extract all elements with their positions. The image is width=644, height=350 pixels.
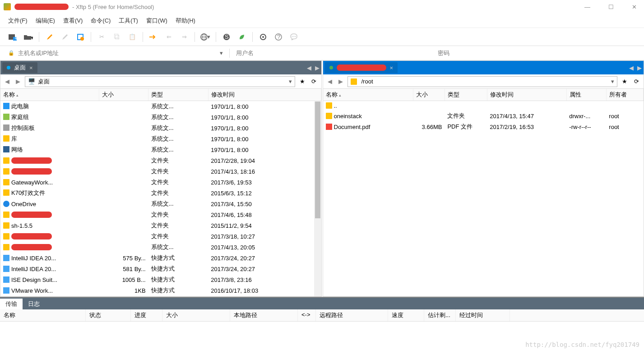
column-header[interactable]: 修改时间: [208, 89, 321, 101]
transfer-column[interactable]: 进度: [131, 309, 162, 321]
file-row[interactable]: 文件夹2017/4/13, 18:16: [0, 166, 321, 177]
column-header[interactable]: 大小: [99, 89, 148, 101]
edit-icon[interactable]: [45, 32, 55, 42]
menu-item[interactable]: 文件(F): [8, 17, 28, 25]
column-header[interactable]: 修改时间: [487, 89, 566, 101]
file-row[interactable]: 控制面板系统文...1970/1/1, 8:00: [0, 123, 321, 134]
menu-item[interactable]: 查看(V): [63, 17, 83, 25]
menu-item[interactable]: 编辑(E): [36, 17, 55, 25]
column-header[interactable]: 类型: [445, 89, 487, 101]
transfer-column[interactable]: 大小: [162, 309, 230, 321]
close-button[interactable]: ✕: [628, 2, 640, 12]
bookmark-icon[interactable]: ★: [620, 77, 629, 86]
transfer-column[interactable]: <->: [298, 309, 316, 321]
host-input[interactable]: [18, 48, 216, 59]
file-row[interactable]: IntelliJ IDEA 20...575 By...快捷方式2017/3/2…: [0, 253, 321, 263]
remote-path-box[interactable]: /root ▾: [347, 76, 618, 87]
redacted-host: [337, 64, 386, 71]
username-input[interactable]: [236, 48, 434, 59]
forward-button[interactable]: ▶: [337, 78, 345, 86]
bottom-tabs: 传输日志: [0, 298, 644, 309]
file-row[interactable]: 此电脑系统文...1970/1/1, 8:00: [0, 101, 321, 112]
transfer-icon[interactable]: [148, 32, 158, 42]
path-dropdown-icon[interactable]: ▾: [289, 78, 292, 85]
file-row[interactable]: sh-1.5.5文件夹2015/11/2, 9:54: [0, 220, 321, 231]
tab-prev-icon[interactable]: ◀: [307, 64, 311, 71]
cut-icon[interactable]: ✂: [97, 32, 107, 42]
file-row[interactable]: VMware Work...1KB快捷方式2016/10/17, 18:03: [0, 285, 321, 296]
column-header[interactable]: 大小: [413, 89, 445, 101]
svg-point-8: [80, 37, 84, 41]
file-row[interactable]: 文件夹2017/2/28, 19:04: [0, 155, 321, 166]
file-row[interactable]: 家庭组系统文...1970/1/1, 8:00: [0, 112, 321, 123]
file-row[interactable]: K70灯效文件文件夹2015/6/3, 15:12: [0, 188, 321, 198]
back-button[interactable]: ◀: [326, 78, 334, 86]
back-button[interactable]: ◀: [3, 78, 11, 86]
local-path-box[interactable]: 🖥️ 桌面 ▾: [25, 76, 295, 87]
globe-icon[interactable]: ▾: [200, 32, 210, 42]
column-header[interactable]: 名称: [323, 89, 413, 101]
file-row[interactable]: ISE Design Suit...1005 B...快捷方式2017/3/8,…: [0, 274, 321, 285]
transfer-column[interactable]: 状态: [86, 309, 131, 321]
file-row[interactable]: OneDrive系统文...2017/3/4, 15:50: [0, 198, 321, 209]
file-row[interactable]: 网络系统文...1970/1/1, 8:00: [0, 144, 321, 155]
transfer-column[interactable]: 远程路径: [316, 309, 388, 321]
minimize-button[interactable]: —: [581, 2, 594, 12]
column-header[interactable]: 所有者: [606, 89, 643, 101]
local-file-list[interactable]: 名称大小类型修改时间此电脑系统文...1970/1/1, 8:00家庭组系统文.…: [0, 89, 321, 296]
tab-next-icon[interactable]: ▶: [315, 64, 320, 71]
password-input[interactable]: [438, 48, 636, 59]
file-row[interactable]: oneinstack文件夹2017/4/13, 15:47drwxr-...ro…: [323, 111, 644, 121]
copy-icon[interactable]: ⿻: [112, 32, 122, 42]
sync-left-icon[interactable]: ⇐: [164, 32, 174, 42]
brush-icon[interactable]: [60, 32, 70, 42]
bottom-tab[interactable]: 传输: [0, 299, 23, 309]
paste-icon[interactable]: 📋: [127, 32, 137, 42]
menu-item[interactable]: 窗口(W): [146, 17, 167, 25]
local-tab[interactable]: 桌面 ×: [2, 62, 37, 73]
file-row[interactable]: IntelliJ IDEA 20...581 By...快捷方式2017/3/2…: [0, 263, 321, 274]
properties-icon[interactable]: [75, 32, 85, 42]
transfer-column[interactable]: 速度: [388, 309, 424, 321]
new-session-icon[interactable]: +: [8, 32, 18, 42]
terminal-icon[interactable]: S: [222, 32, 232, 42]
bookmark-icon[interactable]: ★: [298, 77, 307, 86]
file-row[interactable]: 文件夹2017/4/6, 15:48: [0, 209, 321, 220]
remote-file-list[interactable]: 名称大小类型修改时间属性所有者..oneinstack文件夹2017/4/13,…: [323, 89, 644, 296]
file-row[interactable]: 库系统文...1970/1/1, 8:00: [0, 134, 321, 144]
path-dropdown-icon[interactable]: ▾: [611, 78, 614, 85]
remote-tab[interactable]: ×: [325, 62, 398, 73]
forward-button[interactable]: ▶: [14, 78, 22, 86]
transfer-column[interactable]: 名称: [0, 309, 86, 321]
sync-right-icon[interactable]: ⇒: [179, 32, 189, 42]
refresh-icon[interactable]: ⟳: [310, 77, 319, 86]
file-row[interactable]: ..: [323, 101, 644, 111]
transfer-column[interactable]: 本地路径: [230, 309, 298, 321]
scrollbar[interactable]: [314, 101, 321, 296]
tab-next-icon[interactable]: ▶: [637, 64, 642, 71]
settings-icon[interactable]: [258, 32, 268, 42]
column-header[interactable]: 属性: [566, 89, 606, 101]
column-header[interactable]: 名称: [0, 89, 99, 101]
menu-item[interactable]: 帮助(H): [176, 17, 195, 25]
bottom-tab[interactable]: 日志: [23, 299, 45, 309]
file-row[interactable]: 系统文...2017/4/13, 20:05: [0, 242, 321, 253]
help-icon[interactable]: ?: [273, 32, 283, 42]
leaf-icon[interactable]: [237, 32, 247, 42]
transfer-column[interactable]: 经过时间: [456, 309, 510, 321]
close-tab-icon[interactable]: ×: [29, 64, 33, 71]
menu-item[interactable]: 工具(T): [119, 17, 138, 25]
chat-icon[interactable]: 💬: [289, 32, 299, 42]
refresh-icon[interactable]: ⟳: [632, 77, 641, 86]
host-dropdown[interactable]: ▾: [220, 50, 223, 56]
file-row[interactable]: GatewayWork...文件夹2017/3/6, 19:53: [0, 177, 321, 188]
menu-item[interactable]: 命令(C): [91, 17, 111, 25]
transfer-column[interactable]: 估计剩...: [424, 309, 456, 321]
open-icon[interactable]: ▾: [23, 32, 33, 42]
file-row[interactable]: 文件夹2017/3/18, 10:27: [0, 231, 321, 242]
close-tab-icon[interactable]: ×: [390, 64, 394, 71]
tab-prev-icon[interactable]: ◀: [629, 64, 634, 71]
file-row[interactable]: Document.pdf3.66MBPDF 文件2017/2/19, 16:53…: [323, 121, 644, 132]
column-header[interactable]: 类型: [148, 89, 208, 101]
maximize-button[interactable]: ☐: [605, 2, 617, 12]
